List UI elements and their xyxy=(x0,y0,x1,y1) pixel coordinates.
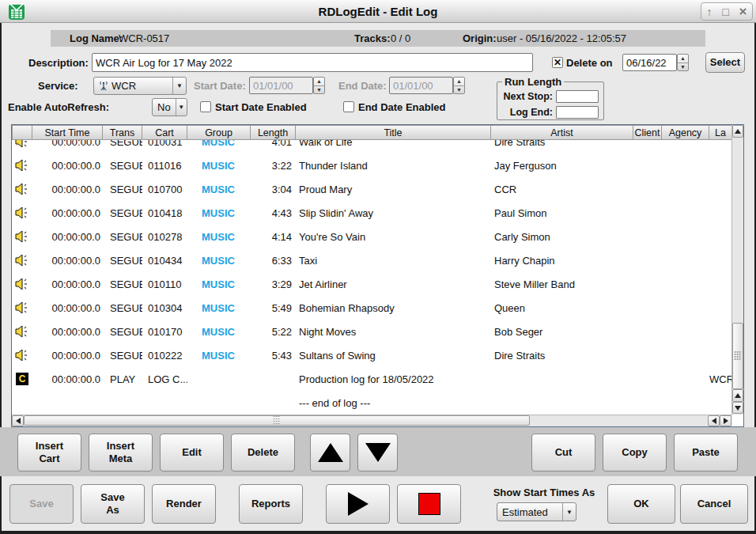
chevron-down-icon[interactable]: ▼ xyxy=(176,99,187,116)
paste-button[interactable]: Paste xyxy=(674,434,738,472)
edit-button[interactable]: Edit xyxy=(160,434,224,472)
end-date-enabled-checkbox[interactable] xyxy=(343,101,354,112)
spin-down-icon[interactable]: ▼ xyxy=(314,86,324,94)
delete-on-date-input[interactable] xyxy=(622,54,677,71)
column-header-Cart[interactable]: Cart xyxy=(142,125,187,140)
description-input[interactable] xyxy=(92,53,533,72)
table-row[interactable]: 00:00:00.0SEGUE011016MUSIC3:22Thunder Is… xyxy=(12,153,743,177)
table-row[interactable]: 00:00:00.0SEGUE010278MUSIC4:14You're So … xyxy=(12,225,743,248)
render-button[interactable]: Render xyxy=(152,484,216,524)
column-header-Title[interactable]: Title xyxy=(296,125,491,140)
clipped-table-row[interactable]: 00:00:00.0SEGUE010031MUSIC4:01Walk of Li… xyxy=(12,140,743,153)
chevron-down-icon[interactable]: ▼ xyxy=(172,78,186,94)
log-chain-icon: C xyxy=(16,373,28,385)
horizontal-scroll-thumb[interactable] xyxy=(24,415,530,426)
start-date-spinner[interactable]: ▲ ▼ xyxy=(313,77,325,94)
scroll-left-button-2[interactable] xyxy=(708,415,720,426)
chevron-down-icon[interactable]: ▼ xyxy=(562,503,576,521)
maximize-icon[interactable]: □ xyxy=(722,6,728,17)
scroll-up-button[interactable] xyxy=(732,125,743,138)
column-header-Artist[interactable]: Artist xyxy=(491,125,633,140)
window-title: RDLogEdit - Edit Log xyxy=(0,0,756,23)
table-row[interactable]: 00:00:00.0SEGUE010031MUSIC4:01Walk of Li… xyxy=(12,140,743,153)
origin-label: Origin: xyxy=(463,32,497,44)
cell-trans: SEGUE xyxy=(103,184,142,195)
start-date-enabled-checkbox[interactable] xyxy=(200,101,211,112)
spin-down-icon[interactable]: ▼ xyxy=(678,63,688,71)
log-end-input[interactable] xyxy=(556,106,599,119)
delete-on-date-spinner[interactable]: ▲ ▼ xyxy=(677,54,689,71)
table-row[interactable]: 00:00:00.0SEGUE010222MUSIC5:43Sultans of… xyxy=(12,343,743,367)
table-row-log-chain[interactable]: C 00:00:00.0 PLAY LOG C... Production lo… xyxy=(12,367,743,391)
end-date-label: End Date: xyxy=(338,80,387,92)
horizontal-scrollbar[interactable] xyxy=(12,415,732,426)
cancel-button[interactable]: Cancel xyxy=(680,484,748,524)
delete-on-checkbox[interactable]: ✕ xyxy=(552,57,563,68)
vertical-scrollbar[interactable] xyxy=(731,125,743,415)
table-row[interactable]: 00:00:00.0SEGUE010434MUSIC6:33TaxiHarry … xyxy=(12,248,743,272)
scroll-right-button[interactable] xyxy=(720,415,731,426)
copy-button[interactable]: Copy xyxy=(603,434,667,472)
table-row[interactable]: 00:00:00.0SEGUE010700MUSIC3:04Proud Mary… xyxy=(12,177,743,201)
delete-button[interactable]: Delete xyxy=(231,434,295,472)
column-header-Length[interactable]: Length xyxy=(251,125,296,140)
table-row[interactable]: 00:00:00.0SEGUE010304MUSIC5:49Bohemian R… xyxy=(12,296,743,320)
vertical-scroll-thumb[interactable] xyxy=(732,323,743,389)
column-header-Group[interactable]: Group xyxy=(187,125,251,140)
end-date-input[interactable] xyxy=(389,77,453,94)
cut-button[interactable]: Cut xyxy=(531,434,595,472)
move-up-icon xyxy=(318,443,343,462)
ok-button[interactable]: OK xyxy=(607,484,675,524)
stop-button[interactable] xyxy=(397,484,461,524)
move-down-button[interactable] xyxy=(357,434,398,472)
cell-cart: 010304 xyxy=(142,302,187,314)
scroll-down-button[interactable] xyxy=(732,402,743,414)
cell-trans: SEGUE xyxy=(103,231,142,243)
shade-icon[interactable]: ↑ xyxy=(706,6,712,17)
log-table-body: 00:00:00.0SEGUE010031MUSIC4:01Walk of Li… xyxy=(12,140,743,415)
scroll-left-button[interactable] xyxy=(12,415,24,426)
column-header-La[interactable]: La xyxy=(709,125,732,140)
delete-on-label: Delete on xyxy=(566,57,613,69)
play-button[interactable] xyxy=(326,484,390,524)
spin-down-icon[interactable]: ▼ xyxy=(454,86,464,94)
start-date-input[interactable] xyxy=(249,77,313,94)
scroll-up-button-2[interactable] xyxy=(732,389,743,402)
cell-group: MUSIC xyxy=(187,326,251,338)
table-row[interactable]: 00:00:00.0SEGUE010110MUSIC3:29Jet Airlin… xyxy=(12,272,743,296)
column-header-Trans[interactable]: Trans xyxy=(103,125,142,140)
column-header-Start Time[interactable]: Start Time xyxy=(32,125,103,140)
reports-button[interactable]: Reports xyxy=(239,484,303,524)
table-row[interactable]: 00:00:00.0SEGUE010170MUSIC5:22Night Move… xyxy=(12,320,743,343)
cell-start-time: 00:00:00.0 xyxy=(32,373,103,385)
insert-meta-button[interactable]: Insert Meta xyxy=(89,434,153,472)
save-as-button[interactable]: Save As xyxy=(81,484,145,524)
speaker-icon xyxy=(15,206,29,219)
service-combo[interactable]: WCR ▼ xyxy=(93,77,187,95)
arrow-left-icon xyxy=(712,418,716,424)
cell-len: 3:29 xyxy=(251,278,296,290)
save-button[interactable]: Save xyxy=(9,484,74,524)
close-icon[interactable]: × xyxy=(739,5,747,18)
column-header-Client[interactable]: Client xyxy=(633,125,662,140)
speaker-icon xyxy=(15,183,29,195)
cell-trans: SEGUE xyxy=(103,326,142,338)
speaker-icon xyxy=(15,230,29,243)
spin-up-icon[interactable]: ▲ xyxy=(314,78,324,86)
autorefresh-combo[interactable]: No ▼ xyxy=(152,98,187,116)
end-of-log-row[interactable]: --- end of log --- xyxy=(12,391,743,415)
select-button[interactable]: Select xyxy=(705,52,745,73)
end-of-log-marker: --- end of log --- xyxy=(296,397,491,409)
column-header-Agency[interactable]: Agency xyxy=(662,125,709,140)
end-date-spinner[interactable]: ▲ ▼ xyxy=(453,77,465,94)
spin-up-icon[interactable]: ▲ xyxy=(678,55,688,63)
next-stop-input[interactable] xyxy=(556,90,599,103)
move-up-button[interactable] xyxy=(310,434,350,472)
column-header-icon[interactable] xyxy=(12,125,32,140)
cell-title: Slip Slidin' Away xyxy=(296,207,491,219)
insert-cart-button[interactable]: Insert Cart xyxy=(17,434,81,472)
start-times-combo[interactable]: Estimated ▼ xyxy=(497,502,576,521)
spin-up-icon[interactable]: ▲ xyxy=(454,78,464,86)
table-row[interactable]: 00:00:00.0SEGUE010418MUSIC4:43Slip Slidi… xyxy=(12,201,743,225)
cell-cart: 010110 xyxy=(142,278,187,290)
